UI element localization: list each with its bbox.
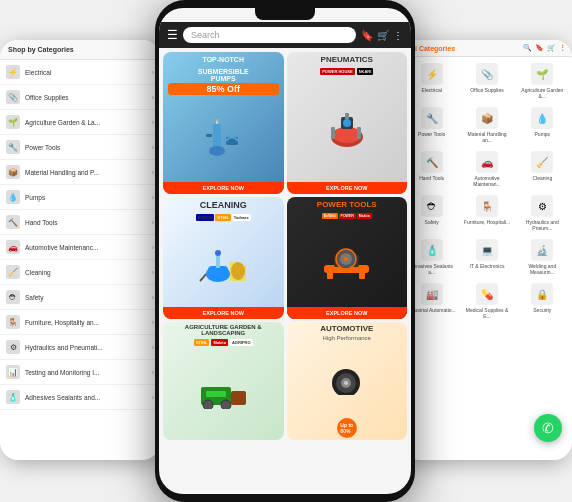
right-search-icon[interactable]: 🔍 (523, 44, 532, 52)
cat-name: Automotive Maintenanc... (25, 244, 152, 251)
left-category-item[interactable]: 💧 Pumps › (0, 185, 160, 210)
svg-point-22 (344, 257, 348, 261)
cat-icon: 🧹 (6, 265, 20, 279)
right-category-item[interactable]: 🧹 Cleaning (516, 148, 569, 190)
cat-name: Material Handling and P... (25, 169, 152, 176)
cat-name: Safety (25, 294, 152, 301)
svg-point-1 (209, 146, 225, 156)
right-phone-header: All Categories 🔍 🔖 🛒 ⋮ (402, 40, 572, 57)
svg-rect-27 (206, 391, 226, 397)
right-cat-name: IT & Electronics (470, 263, 505, 269)
right-cart-icon[interactable]: 🛒 (547, 44, 556, 52)
auto-discount-badge: Up to80% (337, 418, 357, 438)
chevron-icon: › (152, 219, 154, 226)
cat-icon: 🪑 (6, 315, 20, 329)
right-category-item[interactable]: 💻 IT & Electronics (460, 236, 513, 278)
pumps-card: Top-Notch SUBMERSIBLEPUMPS 85% Off (163, 52, 284, 194)
left-category-item[interactable]: 🧴 Adhesives Sealants and... › (0, 385, 160, 410)
cat-name: Power Tools (25, 144, 152, 151)
auto-svg (319, 365, 374, 395)
pneumatics-explore-btn[interactable]: EXPLORE NOW (287, 182, 408, 194)
menu-icon[interactable]: ⋮ (393, 30, 403, 41)
left-category-item[interactable]: ⚡ Electrical › (0, 60, 160, 85)
left-category-item[interactable]: 🌱 Agriculture Garden & La... › (0, 110, 160, 135)
svg-point-11 (343, 119, 351, 127)
right-cat-icon: 💻 (476, 239, 498, 261)
right-cat-icon: ⚡ (421, 63, 443, 85)
left-category-item[interactable]: 🔧 Power Tools › (0, 135, 160, 160)
search-bar[interactable]: Search (183, 27, 356, 43)
agri-brand-makita: Makita (211, 339, 227, 346)
right-cat-name: Cleaning (532, 175, 552, 181)
whatsapp-button[interactable]: ✆ (534, 414, 562, 442)
right-category-item[interactable]: 🪑 Furniture, Hospitali... (460, 192, 513, 234)
right-cat-name: Hand Tools (419, 175, 444, 181)
right-category-item[interactable]: 🔬 Welding and Measurin... (516, 236, 569, 278)
chevron-icon: › (152, 394, 154, 401)
right-cat-icon: 📦 (476, 107, 498, 129)
chevron-icon: › (152, 319, 154, 326)
right-category-item[interactable]: 🔒 Security (516, 280, 569, 322)
left-category-item[interactable]: 📊 Testing and Monitoring I... › (0, 360, 160, 385)
right-cat-icon: 🔒 (531, 283, 553, 305)
center-header: ☰ Search 🔖 🛒 ⋮ (159, 22, 411, 48)
powertools-brands: DeWalt POWER Makita (287, 212, 408, 220)
brand-powerhouse: POWER HOUSE (320, 68, 354, 75)
right-cat-icon: 🚗 (476, 151, 498, 173)
powertools-card: POWER TOOLS DeWalt POWER Makita (287, 197, 408, 319)
left-category-item[interactable]: 📦 Material Handling and P... › (0, 160, 160, 185)
svg-point-16 (215, 250, 221, 256)
right-cat-icon: 💊 (476, 283, 498, 305)
right-cat-name: Safety (425, 219, 439, 225)
whatsapp-icon: ✆ (542, 420, 554, 436)
right-menu-icon[interactable]: ⋮ (559, 44, 566, 52)
right-cat-name: Security (533, 307, 551, 313)
cleaning-card: CLEANING BOSCH STIHL Tadmax (163, 197, 284, 319)
pneumatics-title: PNEUMATICS (287, 52, 408, 67)
right-bookmark-icon[interactable]: 🔖 (535, 44, 544, 52)
cleaning-explore-btn[interactable]: EXPLORE NOW (163, 307, 284, 319)
right-cat-name: Agriculture Garden &... (518, 87, 567, 99)
chevron-icon: › (152, 344, 154, 351)
left-phone: Shop by Categories ⚡ Electrical › 📎 Offi… (0, 40, 160, 460)
left-category-item[interactable]: 🪑 Furniture, Hospitality an... › (0, 310, 160, 335)
right-category-item[interactable]: 💊 Medical Supplies & E... (460, 280, 513, 322)
powertools-explore-btn[interactable]: EXPLORE NOW (287, 307, 408, 319)
left-category-item[interactable]: 🧹 Cleaning › (0, 260, 160, 285)
scene: Shop by Categories ⚡ Electrical › 📎 Offi… (0, 0, 572, 502)
svg-point-4 (215, 119, 219, 121)
cart-icon[interactable]: 🛒 (377, 30, 389, 41)
left-category-item[interactable]: ⚙ Hydraulics and Pneumati... › (0, 335, 160, 360)
right-category-item[interactable]: 📦 Material Handling an... (460, 104, 513, 146)
bookmark-icon[interactable]: 🔖 (361, 30, 373, 41)
left-category-item[interactable]: 🔨 Hand Tools › (0, 210, 160, 235)
cat-name: Pumps (25, 194, 152, 201)
chevron-icon: › (152, 369, 154, 376)
brand-nkari: NKARI (357, 68, 374, 75)
right-category-item[interactable]: 📎 Office Supplies (460, 60, 513, 102)
right-category-item[interactable]: 🌱 Agriculture Garden &... (516, 60, 569, 102)
hamburger-icon[interactable]: ☰ (167, 28, 178, 42)
right-cat-name: Pumps (535, 131, 551, 137)
right-cat-name: Welding and Measurin... (518, 263, 567, 275)
left-category-item[interactable]: 🚗 Automotive Maintenanc... › (0, 235, 160, 260)
right-category-item[interactable]: ⚙ Hydraulics and Pneum... (516, 192, 569, 234)
cleaning-title: CLEANING (163, 197, 284, 213)
cat-icon: 📦 (6, 165, 20, 179)
pumps-discount: 85% Off (168, 83, 279, 95)
pumps-explore-btn[interactable]: EXPLORE NOW (163, 182, 284, 194)
svg-rect-15 (216, 254, 220, 268)
right-category-item[interactable]: 💧 Pumps (516, 104, 569, 146)
left-category-item[interactable]: 📎 Office Supplies › (0, 85, 160, 110)
pneumatics-svg (319, 109, 374, 149)
brand-bosch: BOSCH (196, 214, 214, 221)
cleaning-svg (198, 246, 248, 284)
chevron-icon: › (152, 69, 154, 76)
left-category-item[interactable]: ⛑ Safety › (0, 285, 160, 310)
brand-dewalt: DeWalt (322, 213, 338, 219)
right-category-item[interactable]: 🚗 Automotive Maintenan... (460, 148, 513, 190)
cleaning-image (163, 222, 284, 307)
chevron-icon: › (152, 294, 154, 301)
brand-power: POWER (339, 213, 356, 219)
pneumatics-brands: POWER HOUSE NKARI (287, 67, 408, 76)
